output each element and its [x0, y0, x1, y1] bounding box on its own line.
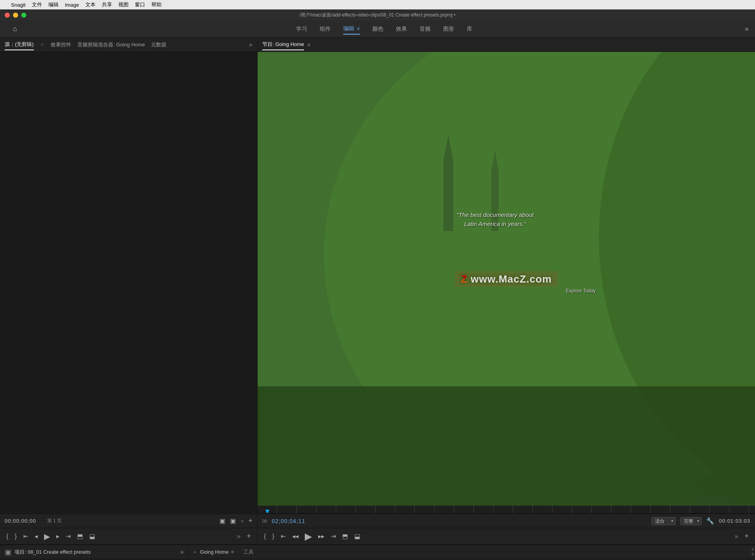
go-to-out-icon[interactable]: ⇥ — [66, 532, 71, 540]
insert-icon[interactable]: ⬒ — [77, 532, 83, 540]
prog-go-to-out-icon[interactable]: ⇥ — [331, 532, 336, 540]
project-header: ▣ 项目: 08_01 Create effect presets ≡ — [0, 545, 188, 559]
video-quote-text: "The best documentary about Latin Americ… — [457, 211, 534, 228]
mark-in-icon[interactable]: { — [6, 533, 8, 540]
timeline-close-button[interactable]: × — [193, 550, 196, 554]
timeline-panel: × Going Home ≡ 工具 00:00:04:11 ⋈ 🔗 ◆ ⚙ 🔒 … — [189, 545, 755, 560]
prog-transport-add[interactable]: + — [744, 532, 749, 540]
video-background — [258, 52, 755, 506]
project-folder-icon: ▣ — [5, 548, 11, 556]
tab-audio-mixer[interactable]: 音频剪辑混合器: Going Home — [77, 40, 145, 50]
menu-bar: Snagit 文件 编辑 Image 文本 共享 视图 窗口 帮助 — [0, 0, 755, 9]
maximize-button[interactable] — [21, 13, 26, 18]
source-viewer — [0, 52, 257, 514]
prog-go-to-in-icon[interactable]: ⇤ — [281, 532, 286, 540]
menu-file[interactable]: 文件 — [32, 1, 42, 8]
ruler-container — [258, 506, 755, 513]
nav-audio[interactable]: 音频 — [420, 24, 431, 34]
add-icon[interactable]: + — [248, 517, 252, 525]
nav-graphics[interactable]: 图形 — [443, 24, 454, 34]
minimize-button[interactable] — [13, 13, 18, 18]
content-area: 源：(无剪辑) ≡ 效果控件 音频剪辑混合器: Going Home 元数据 »… — [0, 38, 755, 544]
project-title: 项目: 08_01 Create effect presets — [15, 549, 90, 556]
home-button[interactable]: ⌂ — [6, 20, 24, 38]
timeline-tab-menu-icon: ≡ — [231, 549, 234, 555]
tab-tools[interactable]: 工具 — [243, 549, 254, 556]
step-forward-icon[interactable]: ▸ — [56, 532, 59, 540]
quality-select-wrapper: 完整 1/2 1/4 ▾ — [680, 517, 702, 525]
current-time-label: 00 — [262, 519, 267, 523]
project-menu-icon[interactable]: ≡ — [180, 549, 184, 555]
program-panel: 节目: Going Home ≡ — [258, 38, 755, 544]
menu-image[interactable]: Image — [65, 2, 79, 8]
ruler-ticks — [258, 506, 755, 513]
fit-dropdown[interactable]: 适合 25% 50% 100% — [652, 517, 676, 525]
program-panel-menu[interactable]: ≡ — [307, 42, 310, 48]
source-transport-add[interactable]: + — [247, 532, 251, 540]
source-panel: 源：(无剪辑) ≡ 效果控件 音频剪辑混合器: Going Home 元数据 »… — [0, 38, 258, 544]
prog-transport-more[interactable]: » — [735, 533, 738, 540]
traffic-lights — [5, 13, 26, 18]
tab-effect-controls[interactable]: 效果控件 — [51, 40, 71, 50]
main-nav: ⌂ 学习 组件 编辑 ≡ 颜色 效果 音频 图形 库 » — [0, 20, 755, 38]
more-options-icon[interactable]: » — [241, 518, 243, 524]
program-tabs: 节目: Going Home ≡ — [258, 38, 755, 52]
prog-step-back-icon[interactable]: ◂◂ — [292, 532, 298, 540]
source-transport-more[interactable]: » — [237, 533, 241, 540]
step-back-icon[interactable]: ◂ — [35, 532, 38, 540]
tab-separator-1: ≡ — [41, 42, 44, 48]
mark-out-icon[interactable]: } — [15, 533, 17, 540]
quality-dropdown[interactable]: 完整 1/2 1/4 — [680, 517, 702, 525]
menu-share[interactable]: 共享 — [102, 1, 112, 8]
menu-window[interactable]: 窗口 — [135, 1, 145, 8]
frame-back-icon[interactable]: ▣ — [219, 517, 225, 525]
program-bottom-bar: 00 02;00;04;11 适合 25% 50% 100% ▾ 完整 1/2 — [258, 514, 755, 528]
nav-learn[interactable]: 学习 — [296, 24, 307, 34]
prog-mark-in-icon[interactable]: { — [264, 533, 266, 540]
nav-components[interactable]: 组件 — [320, 24, 331, 34]
menu-snagit[interactable]: Snagit — [11, 2, 26, 8]
timeline-tab-going-home[interactable]: Going Home ≡ — [200, 549, 234, 555]
program-timeline-ruler — [258, 506, 755, 514]
overwrite-icon[interactable]: ⬓ — [89, 532, 95, 540]
video-explore-text: Explore Today — [566, 288, 596, 294]
prog-export-icon[interactable]: ⬓ — [354, 532, 360, 540]
prog-mark-out-icon[interactable]: } — [272, 533, 274, 540]
source-bottom-bar: 00;00;00;00 第 1 页 ▣ ▣ » + — [0, 514, 257, 528]
program-video-frame: "The best documentary about Latin Americ… — [258, 52, 755, 506]
source-timecode: 00;00;00;00 — [5, 518, 36, 524]
source-transport: { } ⇤ ◂ ▶ ▸ ⇥ ⬒ ⬓ » + — [0, 528, 257, 544]
menu-text[interactable]: 文本 — [85, 1, 96, 8]
tab-program[interactable]: 节目: Going Home — [262, 39, 304, 50]
nav-edit[interactable]: 编辑 ≡ — [343, 24, 359, 35]
svg-rect-16 — [258, 52, 755, 506]
tab-metadata[interactable]: 元数据 — [151, 40, 166, 50]
nav-items: 学习 组件 编辑 ≡ 颜色 效果 音频 图形 库 — [24, 24, 745, 35]
menu-help[interactable]: 帮助 — [151, 1, 162, 8]
program-bottom-controls: 适合 25% 50% 100% ▾ 完整 1/2 1/4 ▾ 🔧 — [652, 517, 750, 525]
program-transport: { } ⇤ ◂◂ ▶ ▸▸ ⇥ ⬒ ⬓ » + — [258, 528, 755, 544]
prog-insert-icon[interactable]: ⬒ — [342, 532, 348, 540]
menu-edit[interactable]: 编辑 — [48, 1, 59, 8]
bottom-section: ▣ 项目: 08_01 Create effect presets ≡ 08_0… — [0, 544, 755, 560]
settings-icon[interactable]: 🔧 — [706, 517, 714, 525]
frame-forward-icon[interactable]: ▣ — [230, 517, 236, 525]
window-title: /用户/mac/桌面/add-effects-video-clips/08_01… — [300, 12, 456, 18]
source-more-icon[interactable]: » — [249, 41, 252, 48]
source-page: 第 1 页 — [47, 518, 62, 524]
menu-view[interactable]: 视图 — [118, 1, 129, 8]
go-to-in-icon[interactable]: ⇤ — [23, 532, 28, 540]
nav-effects[interactable]: 效果 — [396, 24, 407, 34]
fit-select-wrapper: 适合 25% 50% 100% ▾ — [652, 517, 676, 525]
prog-step-forward-icon[interactable]: ▸▸ — [318, 532, 324, 540]
prog-play-icon[interactable]: ▶ — [305, 531, 312, 542]
nav-library[interactable]: 库 — [467, 24, 472, 34]
project-panel: ▣ 项目: 08_01 Create effect presets ≡ 08_0… — [0, 545, 189, 560]
play-icon[interactable]: ▶ — [44, 532, 50, 541]
tab-source[interactable]: 源：(无剪辑) — [5, 39, 34, 50]
close-button[interactable] — [5, 13, 10, 18]
nav-color[interactable]: 颜色 — [372, 24, 383, 34]
timeline-header: × Going Home ≡ 工具 — [189, 545, 755, 559]
nav-more-button[interactable]: » — [745, 25, 749, 33]
edit-menu-icon: ≡ — [357, 26, 359, 31]
